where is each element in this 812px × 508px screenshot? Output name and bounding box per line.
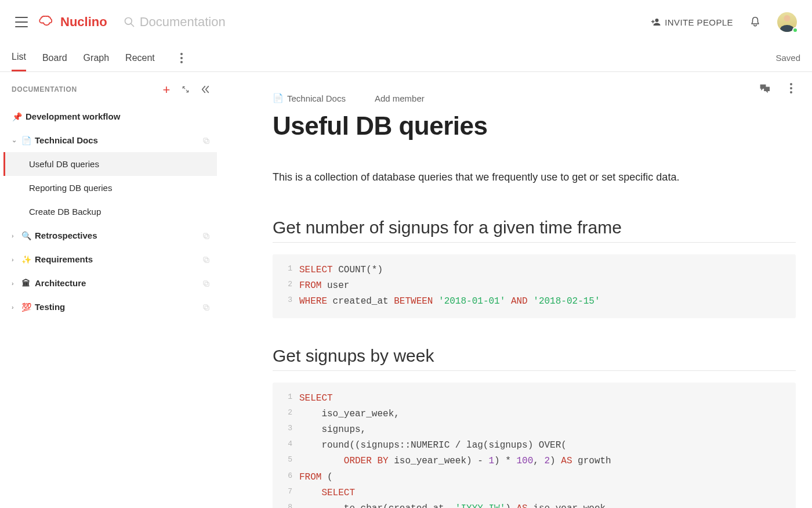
magnifier-emoji-icon: 🔍 [21, 231, 31, 240]
building-emoji-icon: 🏛 [21, 279, 31, 288]
tab-graph[interactable]: Graph [84, 44, 109, 71]
view-tabs-bar: List Board Graph Recent Saved [0, 44, 812, 72]
page-icon: 📄 [273, 93, 284, 103]
tree-label: Create DB Backup [29, 207, 101, 217]
chevron-right-icon: › [12, 280, 17, 287]
tree-label: Architecture [35, 278, 86, 288]
topbar: Nuclino INVITE PEOPLE [0, 0, 812, 44]
add-page-icon[interactable]: + [163, 87, 171, 93]
svg-point-2 [655, 19, 659, 22]
breadcrumbs: 📄 Technical Docs Add member [273, 93, 796, 103]
tree-item-reporting-db[interactable]: Reporting DB queries [3, 176, 217, 200]
duplicate-icon[interactable] [202, 303, 210, 311]
breadcrumb-parent[interactable]: 📄 Technical Docs [273, 93, 346, 103]
view-tabs: List Board Graph Recent [12, 44, 186, 71]
svg-rect-8 [205, 258, 209, 262]
main-content: 📄 Technical Docs Add member Useful DB qu… [220, 72, 812, 508]
pinned-label: Development workflow [26, 111, 120, 121]
svg-rect-4 [205, 139, 209, 143]
duplicate-icon[interactable] [202, 232, 210, 240]
sidebar-tree: 📌 Development workflow ⌄ 📄 Technical Doc… [0, 105, 220, 319]
sidebar-header: DOCUMENTATION + [0, 79, 220, 105]
code-block-1[interactable]: 1SELECT COUNT(*) 2FROM user 3WHERE creat… [273, 254, 796, 318]
tree-label: Reporting DB queries [29, 183, 112, 193]
sidebar: DOCUMENTATION + 📌 Development workflow ⌄… [0, 72, 220, 508]
sidebar-header-label: DOCUMENTATION [12, 85, 77, 93]
svg-rect-12 [205, 306, 209, 310]
code-block-2[interactable]: 1SELECT 2 iso_year_week, 3 signups, 4 ro… [273, 383, 796, 508]
comments-icon[interactable] [759, 82, 770, 94]
duplicate-icon[interactable] [202, 279, 210, 287]
svg-rect-5 [204, 233, 208, 237]
tree-item-retrospectives[interactable]: › 🔍 Retrospectives [3, 224, 217, 247]
svg-rect-6 [205, 235, 209, 239]
notification-bell-icon[interactable] [749, 16, 761, 28]
svg-rect-7 [204, 257, 208, 261]
tree-label: Technical Docs [35, 135, 98, 145]
avatar-wrap[interactable] [777, 12, 797, 32]
hamburger-menu-icon[interactable] [15, 17, 28, 27]
doc-more-icon[interactable] [786, 82, 796, 94]
tree-item-create-backup[interactable]: Create DB Backup [3, 200, 217, 224]
chevron-right-icon: › [12, 256, 17, 263]
pinned-item[interactable]: 📌 Development workflow [3, 105, 217, 128]
collapse-sidebar-icon[interactable] [201, 85, 210, 94]
duplicate-icon[interactable] [202, 255, 210, 264]
tree-item-useful-db[interactable]: Useful DB queries [3, 152, 217, 176]
brain-icon [38, 16, 56, 28]
save-status: Saved [775, 53, 800, 63]
search-icon [124, 16, 135, 28]
invite-people-button[interactable]: INVITE PEOPLE [651, 17, 733, 27]
breadcrumb-label: Technical Docs [287, 93, 346, 103]
chevron-right-icon: › [12, 232, 17, 239]
tree-label: Retrospectives [35, 230, 97, 240]
tabs-more-icon[interactable] [177, 53, 186, 63]
tree-item-technical-docs[interactable]: ⌄ 📄 Technical Docs [3, 128, 217, 152]
chevron-down-icon: ⌄ [12, 136, 17, 144]
tab-board[interactable]: Board [42, 44, 67, 71]
expand-icon[interactable] [181, 85, 190, 94]
tab-list[interactable]: List [12, 44, 26, 71]
topbar-right: INVITE PEOPLE [651, 12, 797, 32]
tree-label: Useful DB queries [29, 159, 99, 169]
sidebar-header-actions: + [163, 85, 210, 94]
layout: DOCUMENTATION + 📌 Development workflow ⌄… [0, 72, 812, 508]
search[interactable] [124, 15, 641, 30]
svg-rect-3 [204, 138, 208, 142]
brand-name: Nuclino [60, 15, 107, 30]
section-heading-1[interactable]: Get number of signups for a given time f… [273, 218, 796, 243]
tree-label: Testing [35, 302, 65, 312]
tree-label: Requirements [35, 254, 93, 264]
svg-rect-11 [204, 304, 208, 308]
chevron-right-icon: › [12, 304, 17, 311]
doc-intro[interactable]: This is a collection of database queries… [273, 170, 796, 185]
doc-title[interactable]: Useful DB queries [273, 111, 796, 140]
hundred-emoji-icon: 💯 [21, 302, 31, 312]
page-icon: 📄 [21, 136, 31, 145]
section-heading-2[interactable]: Get signups by week [273, 346, 796, 371]
tree-item-architecture[interactable]: › 🏛 Architecture [3, 271, 217, 295]
presence-dot [792, 27, 798, 33]
svg-rect-9 [204, 280, 208, 284]
pin-icon: 📌 [12, 112, 22, 121]
add-person-icon [651, 18, 661, 26]
add-member-link[interactable]: Add member [375, 93, 425, 103]
add-member-label: Add member [375, 93, 425, 103]
invite-label: INVITE PEOPLE [665, 17, 733, 27]
search-input[interactable] [140, 15, 291, 30]
svg-line-1 [130, 24, 133, 27]
svg-rect-10 [205, 282, 209, 286]
tree-item-testing[interactable]: › 💯 Testing [3, 295, 217, 319]
brand-logo[interactable]: Nuclino [38, 15, 107, 30]
doc-action-row [273, 82, 796, 94]
tab-recent[interactable]: Recent [125, 44, 155, 71]
sparkle-emoji-icon: ✨ [21, 255, 31, 264]
tree-item-requirements[interactable]: › ✨ Requirements [3, 247, 217, 271]
duplicate-icon[interactable] [202, 136, 210, 145]
